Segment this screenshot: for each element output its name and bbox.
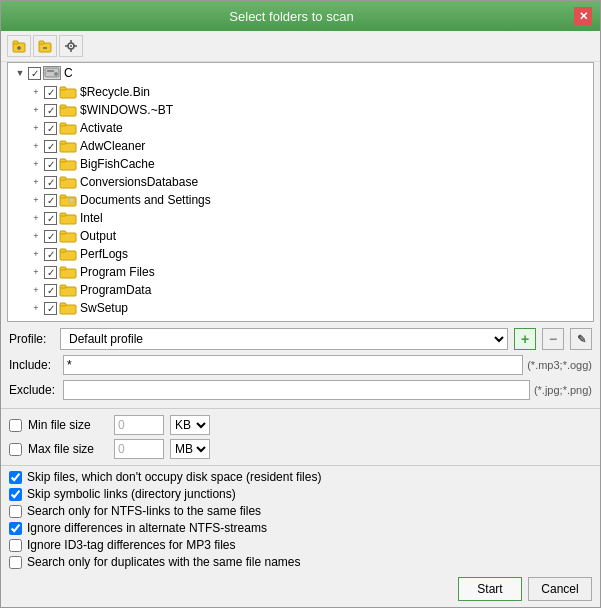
item-checkbox[interactable] (44, 104, 57, 117)
option-row-1: Skip files, which don't occupy disk spac… (9, 470, 592, 484)
folder-icon (59, 157, 77, 171)
item-checkbox[interactable] (44, 122, 57, 135)
folder-remove-icon (38, 39, 52, 53)
item-expander[interactable]: + (28, 264, 44, 280)
item-checkbox[interactable] (44, 248, 57, 261)
item-expander[interactable]: + (28, 210, 44, 226)
tree-item[interactable]: +BigFishCache (8, 155, 593, 173)
tree-item[interactable]: +ConversionsDatabase (8, 173, 593, 191)
profile-add-button[interactable]: + (514, 328, 536, 350)
item-expander[interactable]: + (28, 300, 44, 316)
item-checkbox[interactable] (44, 158, 57, 171)
item-label: AdwCleaner (80, 139, 145, 153)
close-button[interactable]: ✕ (574, 7, 592, 25)
item-label: Documents and Settings (80, 193, 211, 207)
start-button[interactable]: Start (458, 577, 522, 601)
item-checkbox[interactable] (44, 176, 57, 189)
include-input[interactable] (63, 355, 523, 375)
exclude-label: Exclude: (9, 383, 59, 397)
svg-rect-30 (69, 198, 74, 203)
option-checkbox-6[interactable] (9, 556, 22, 569)
option-checkbox-5[interactable] (9, 539, 22, 552)
tree-item[interactable]: +$Recycle.Bin (8, 83, 593, 101)
item-checkbox[interactable] (44, 230, 57, 243)
item-expander[interactable]: + (28, 138, 44, 154)
item-expander[interactable]: + (28, 174, 44, 190)
max-filesize-checkbox[interactable] (9, 443, 22, 456)
tree-item[interactable]: +SwSetup (8, 299, 593, 317)
profile-edit-button[interactable]: ✎ (570, 328, 592, 350)
min-filesize-input[interactable] (114, 415, 164, 435)
svg-rect-38 (60, 267, 66, 270)
cancel-button[interactable]: Cancel (528, 577, 592, 601)
option-checkbox-4[interactable] (9, 522, 22, 535)
min-filesize-unit[interactable]: KB MB GB (170, 415, 210, 435)
max-filesize-unit[interactable]: KB MB GB (170, 439, 210, 459)
item-expander[interactable]: + (28, 246, 44, 262)
svg-rect-29 (60, 195, 66, 198)
profile-select[interactable]: Default profile (60, 328, 508, 350)
item-checkbox[interactable] (44, 284, 57, 297)
option-checkbox-1[interactable] (9, 471, 22, 484)
item-label: Activate (80, 121, 123, 135)
tree-item[interactable]: +Activate (8, 119, 593, 137)
item-checkbox[interactable] (44, 86, 57, 99)
option-label-6: Search only for duplicates with the same… (27, 555, 300, 569)
folder-icon (59, 121, 77, 135)
min-filesize-checkbox[interactable] (9, 419, 22, 432)
option-checkbox-3[interactable] (9, 505, 22, 518)
folder-icon (59, 229, 77, 243)
tree-item[interactable]: +$WINDOWS.~BT (8, 101, 593, 119)
item-checkbox[interactable] (44, 194, 57, 207)
exclude-hint: (*.jpg;*.png) (534, 384, 592, 396)
item-expander[interactable]: + (28, 282, 44, 298)
svg-rect-23 (60, 141, 66, 144)
option-label-2: Skip symbolic links (directory junctions… (27, 487, 236, 501)
option-row-2: Skip symbolic links (directory junctions… (9, 487, 592, 501)
svg-rect-19 (60, 105, 66, 108)
tree-item[interactable]: +ProgramData (8, 281, 593, 299)
tree-item[interactable]: +Intel (8, 209, 593, 227)
tree-item[interactable]: +Documents and Settings (8, 191, 593, 209)
item-label: $Recycle.Bin (80, 85, 150, 99)
item-expander[interactable]: + (28, 192, 44, 208)
max-filesize-input[interactable] (114, 439, 164, 459)
tree-item[interactable]: +Output (8, 227, 593, 245)
svg-rect-27 (60, 177, 66, 180)
item-label: ProgramData (80, 283, 151, 297)
tree-item[interactable]: +Program Files (8, 263, 593, 281)
option-label-4: Ignore differences in alternate NTFS-str… (27, 521, 267, 535)
exclude-input[interactable] (63, 380, 530, 400)
svg-rect-42 (60, 303, 66, 306)
dialog: Select folders to scan ✕ (0, 0, 601, 608)
tree-item[interactable]: +AdwCleaner (8, 137, 593, 155)
item-expander[interactable]: + (28, 102, 44, 118)
item-checkbox[interactable] (44, 266, 57, 279)
option-label-3: Search only for NTFS-links to the same f… (27, 504, 261, 518)
divider-2 (1, 465, 600, 466)
root-expander[interactable]: ▼ (12, 65, 28, 81)
item-expander[interactable]: + (28, 228, 44, 244)
tree-root-item[interactable]: ▼ C (8, 63, 593, 83)
profile-remove-button[interactable]: − (542, 328, 564, 350)
item-checkbox[interactable] (44, 212, 57, 225)
toolbar-btn-1[interactable] (7, 35, 31, 57)
svg-rect-34 (60, 231, 66, 234)
option-checkbox-2[interactable] (9, 488, 22, 501)
option-row-5: Ignore ID3-tag differences for MP3 files (9, 538, 592, 552)
option-label-1: Skip files, which don't occupy disk spac… (27, 470, 321, 484)
toolbar-btn-2[interactable] (33, 35, 57, 57)
item-checkbox[interactable] (44, 302, 57, 315)
item-label: Intel (80, 211, 103, 225)
drive-icon (43, 66, 61, 80)
profile-row: Profile: Default profile + − ✎ (9, 328, 592, 350)
item-expander[interactable]: + (28, 84, 44, 100)
folder-icon (59, 283, 77, 297)
root-checkbox[interactable] (28, 67, 41, 80)
item-expander[interactable]: + (28, 156, 44, 172)
folder-tree[interactable]: ▼ C +$Recycle.Bin+$WINDOWS.~BT+Activate+… (7, 62, 594, 322)
item-expander[interactable]: + (28, 120, 44, 136)
toolbar-btn-3[interactable] (59, 35, 83, 57)
tree-item[interactable]: +PerfLogs (8, 245, 593, 263)
item-checkbox[interactable] (44, 140, 57, 153)
